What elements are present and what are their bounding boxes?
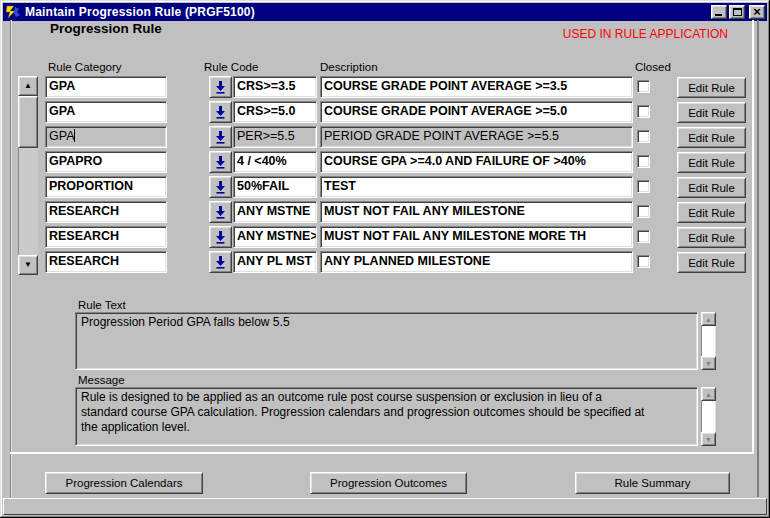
closed-checkbox[interactable]	[637, 180, 650, 193]
message-scrollbar[interactable]: ▲ ▼	[701, 387, 716, 446]
lov-button[interactable]	[209, 201, 232, 223]
rule-description-field[interactable]: TEST	[320, 176, 633, 198]
rule-code-field[interactable]: ANY PL MST	[233, 251, 317, 273]
lov-down-arrow-icon	[215, 81, 226, 94]
lov-down-arrow-icon	[215, 256, 226, 269]
edit-rule-button[interactable]: Edit Rule	[677, 177, 746, 198]
rule-description-field[interactable]: PERIOD GRADE POINT AVERAGE >=5.5	[320, 126, 633, 148]
lov-down-arrow-icon	[215, 156, 226, 169]
rule-description-field[interactable]: MUST NOT FAIL ANY MILESTONE	[320, 201, 633, 223]
rule-category-field[interactable]: RESEARCH	[45, 251, 167, 273]
message-scroll-up-button[interactable]: ▲	[701, 387, 716, 401]
scroll-down-icon: ▼	[705, 436, 712, 443]
scroll-up-icon: ▲	[705, 391, 712, 398]
closed-checkbox[interactable]	[637, 205, 650, 218]
column-header-rule-category: Rule Category	[48, 61, 122, 73]
app-window: Maintain Progression Rule (PRGF5100) × P…	[0, 0, 770, 518]
app-icon[interactable]	[6, 5, 21, 19]
closed-checkbox[interactable]	[637, 105, 650, 118]
rule-category-field[interactable]: RESEARCH	[45, 201, 167, 223]
message-value: Rule is designed to be applied as an out…	[81, 390, 648, 435]
rule-row: RESEARCH ANY PL MST ANY PLANNED MILESTON…	[0, 251, 770, 276]
edit-rule-button[interactable]: Edit Rule	[677, 227, 746, 248]
column-header-closed: Closed	[635, 61, 671, 73]
rule-description-field[interactable]: MUST NOT FAIL ANY MILESTONE MORE TH	[320, 226, 633, 248]
rule-code-field[interactable]: 50%FAIL	[233, 176, 317, 198]
lov-down-arrow-icon	[215, 131, 226, 144]
edit-rule-button[interactable]: Edit Rule	[677, 152, 746, 173]
rule-code-field[interactable]: CRS>=5.0	[233, 101, 317, 123]
rule-description-field[interactable]: COURSE GPA >=4.0 AND FAILURE OF >40%	[320, 151, 633, 173]
lov-button[interactable]	[209, 76, 232, 98]
minimize-button[interactable]	[711, 5, 727, 19]
rule-row: GPAPRO 4 / <40% COURSE GPA >=4.0 AND FAI…	[0, 151, 770, 176]
minimize-icon	[715, 14, 722, 16]
window-title: Maintain Progression Rule (PRGF5100)	[25, 5, 711, 19]
lov-button[interactable]	[209, 251, 232, 273]
rule-category-field[interactable]: GPAPRO	[45, 151, 167, 173]
rule-category-field[interactable]: GPA	[45, 76, 167, 98]
message-scroll-down-button[interactable]: ▼	[701, 432, 716, 446]
lov-down-arrow-icon	[215, 106, 226, 119]
rule-summary-button[interactable]: Rule Summary	[575, 472, 730, 494]
scroll-up-icon: ▲	[705, 316, 712, 323]
edit-rule-button[interactable]: Edit Rule	[677, 127, 746, 148]
rule-category-field[interactable]: GPA	[45, 101, 167, 123]
lov-button[interactable]	[209, 151, 232, 173]
text-cursor	[74, 129, 75, 142]
progression-outcomes-button[interactable]: Progression Outcomes	[310, 472, 467, 494]
lov-button[interactable]	[209, 126, 232, 148]
edit-rule-button[interactable]: Edit Rule	[677, 77, 746, 98]
rule-code-field[interactable]: CRS>=3.5	[233, 76, 317, 98]
lov-button[interactable]	[209, 176, 232, 198]
scroll-down-icon: ▼	[705, 360, 712, 367]
rule-row: GPA CRS>=3.5 COURSE GRADE POINT AVERAGE …	[0, 76, 770, 101]
rule-category-field[interactable]: GPA	[45, 126, 167, 148]
rule-row: RESEARCH ANY MSTNE> MUST NOT FAIL ANY MI…	[0, 226, 770, 251]
lov-down-arrow-icon	[215, 206, 226, 219]
rule-description-field[interactable]: COURSE GRADE POINT AVERAGE >=5.0	[320, 101, 633, 123]
titlebar: Maintain Progression Rule (PRGF5100) ×	[3, 3, 767, 21]
closed-checkbox[interactable]	[637, 155, 650, 168]
usage-note: USED IN RULE APPLICATION	[563, 27, 728, 41]
column-header-description: Description	[320, 61, 378, 73]
lov-down-arrow-icon	[215, 231, 226, 244]
rule-code-field[interactable]: ANY MSTNE	[233, 201, 317, 223]
rule-text-scroll-up-button[interactable]: ▲	[701, 312, 716, 326]
status-bar	[3, 498, 767, 515]
close-icon: ×	[753, 7, 761, 17]
edit-rule-button[interactable]: Edit Rule	[677, 202, 746, 223]
rule-code-field[interactable]: 4 / <40%	[233, 151, 317, 173]
rule-text-box[interactable]: Progression Period GPA falls below 5.5	[75, 312, 698, 370]
message-box[interactable]: Rule is designed to be applied as an out…	[75, 387, 698, 446]
closed-checkbox[interactable]	[637, 130, 650, 143]
rule-text-scrollbar[interactable]: ▲ ▼	[701, 312, 716, 370]
closed-checkbox[interactable]	[637, 230, 650, 243]
rule-code-field[interactable]: PER>=5.5	[233, 126, 317, 148]
rule-text-value: Progression Period GPA falls below 5.5	[81, 315, 648, 330]
edit-rule-button[interactable]: Edit Rule	[677, 102, 746, 123]
canvas-bottom-edge	[10, 452, 754, 454]
lov-button[interactable]	[209, 101, 232, 123]
edit-rule-button[interactable]: Edit Rule	[677, 252, 746, 273]
lov-button[interactable]	[209, 226, 232, 248]
rule-text-scroll-down-button[interactable]: ▼	[701, 356, 716, 370]
progression-calendars-button[interactable]: Progression Calendars	[45, 472, 203, 494]
rule-row: GPA CRS>=5.0 COURSE GRADE POINT AVERAGE …	[0, 101, 770, 126]
rule-row: RESEARCH ANY MSTNE MUST NOT FAIL ANY MIL…	[0, 201, 770, 226]
maximize-icon	[733, 8, 742, 16]
rule-category-field[interactable]: RESEARCH	[45, 226, 167, 248]
rule-code-field[interactable]: ANY MSTNE>	[233, 226, 317, 248]
rule-row: PROPORTION 50%FAIL TEST Edit Rule	[0, 176, 770, 201]
column-header-rule-code: Rule Code	[204, 61, 258, 73]
window-controls: ×	[711, 5, 765, 19]
close-button[interactable]: ×	[749, 5, 765, 19]
page-title: Progression Rule	[50, 21, 162, 36]
closed-checkbox[interactable]	[637, 255, 650, 268]
message-label: Message	[78, 374, 125, 386]
rule-category-field[interactable]: PROPORTION	[45, 176, 167, 198]
rule-description-field[interactable]: ANY PLANNED MILESTONE	[320, 251, 633, 273]
maximize-button[interactable]	[729, 5, 745, 19]
rule-description-field[interactable]: COURSE GRADE POINT AVERAGE >=3.5	[320, 76, 633, 98]
closed-checkbox[interactable]	[637, 80, 650, 93]
